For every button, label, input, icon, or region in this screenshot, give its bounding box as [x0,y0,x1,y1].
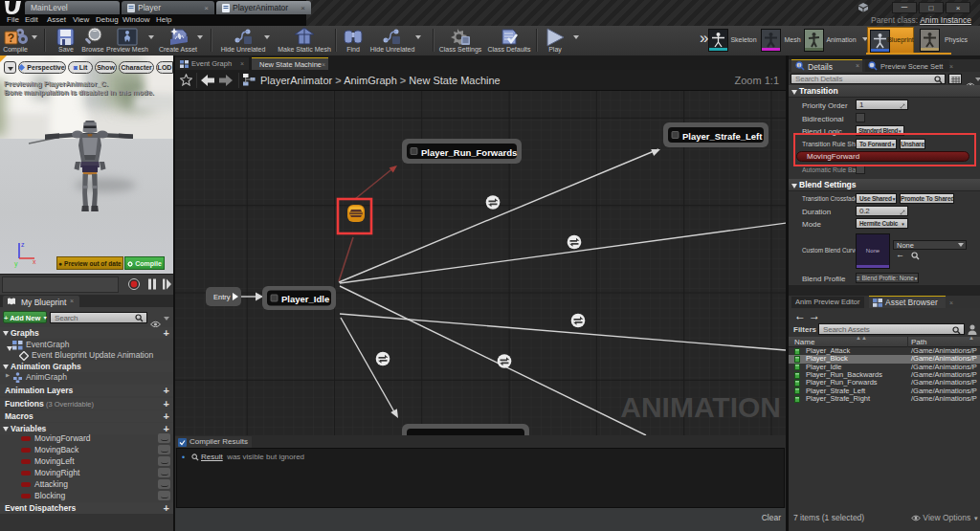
svg-text:Player_Idle: Player_Idle [281,294,329,304]
svg-text:Player_Run_Forwards: Player_Run_Forwards [421,147,517,158]
svg-text:ANIMATION: ANIMATION [620,391,781,423]
svg-text:?: ? [8,32,14,45]
svg-text:y: y [14,260,18,268]
svg-text:x: x [33,258,36,265]
svg-text:z: z [21,241,25,248]
svg-text:i: i [798,62,799,68]
svg-text:Player_Strafe_Left: Player_Strafe_Left [682,131,763,142]
svg-text:Entry: Entry [213,293,231,301]
